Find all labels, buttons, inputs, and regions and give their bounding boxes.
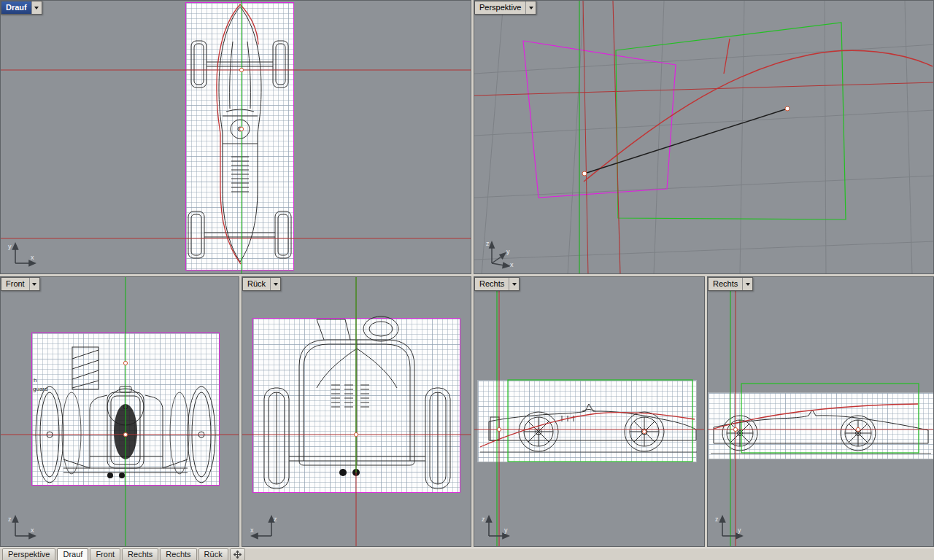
tab-perspektive[interactable]: Perspektive: [2, 548, 55, 560]
axis-label-y: y: [506, 248, 510, 255]
tab-rechts-1[interactable]: Rechts: [122, 548, 158, 560]
viewport-menu-arrow-icon[interactable]: [270, 278, 280, 290]
blueprint-annotation: guard: [33, 386, 47, 392]
reference-rectangle-2: [741, 384, 919, 453]
cplane-axis-icon: z y: [480, 513, 512, 542]
viewport-tab-bar: Perspektive Drauf Front Rechts Rechts Rü…: [0, 548, 934, 560]
viewport-title-rechts-1[interactable]: Rechts: [474, 277, 520, 291]
viewport-menu-arrow-icon[interactable]: [742, 278, 752, 290]
pan-arrows-icon: [234, 551, 242, 559]
cplane-axis-icon: z x: [248, 513, 280, 542]
viewport-title-rechts-2[interactable]: Rechts: [708, 277, 753, 291]
viewport-rear[interactable]: Rück z x: [242, 276, 471, 547]
viewport-title-label[interactable]: Rechts: [709, 278, 742, 290]
viewport-front[interactable]: h guard Front z x: [0, 276, 239, 547]
cplane-axis-icon: y x: [7, 240, 39, 269]
viewport-title-perspektive[interactable]: Perspektive: [474, 1, 536, 15]
axis-label-horizontal: y: [738, 526, 741, 534]
viewport-title-label[interactable]: Rück: [243, 278, 270, 290]
axis-label-x: x: [510, 261, 514, 268]
blueprint-annotation: h: [34, 377, 36, 384]
axis-label-horizontal: y: [504, 526, 508, 534]
construction-planes: [523, 23, 846, 219]
side-view-crosshair: [474, 277, 705, 547]
axis-label-vertical: y: [8, 243, 12, 250]
top-view-canvas: [1, 1, 471, 274]
axis-label-horizontal: x: [31, 254, 34, 261]
perspective-canvas: [474, 1, 934, 274]
front-view-canvas: h guard: [1, 277, 239, 547]
axis-label-vertical: z: [274, 516, 277, 523]
tab-rueck[interactable]: Rück: [198, 548, 228, 560]
viewport-menu-arrow-icon[interactable]: [29, 278, 39, 290]
axis-label-horizontal: x: [250, 526, 254, 534]
viewport-right-1[interactable]: Rechts z y: [474, 276, 705, 547]
axis-label-vertical: z: [715, 516, 719, 523]
side-view-canvas-2: [708, 277, 934, 547]
axis-label-horizontal: x: [31, 526, 34, 534]
viewport-right-2[interactable]: Rechts z y: [707, 276, 934, 547]
side-view-car-drawing-2: [711, 410, 931, 454]
axis-label-vertical: z: [482, 516, 485, 523]
viewport-title-label[interactable]: Rechts: [475, 278, 509, 290]
viewport-layout-icon[interactable]: [230, 548, 245, 560]
perspective-curves-and-axes: [474, 1, 934, 274]
perspective-grid: [474, 1, 934, 274]
cplane-axis-icon: z x: [7, 513, 39, 542]
viewport-top[interactable]: Drauf y x: [0, 0, 471, 274]
tab-front[interactable]: Front: [90, 548, 120, 560]
axis-label-z: z: [486, 240, 490, 247]
viewport-title-front[interactable]: Front: [1, 277, 40, 291]
axis-label-vertical: z: [8, 516, 12, 523]
cplane-axis-icon: z y: [714, 513, 746, 542]
rear-view-canvas: [242, 277, 471, 547]
viewport-menu-arrow-icon[interactable]: [509, 278, 519, 290]
viewport-title-label[interactable]: Front: [1, 278, 29, 290]
viewport-menu-arrow-icon[interactable]: [31, 1, 42, 14]
reference-rectangle: [508, 380, 692, 462]
viewport-menu-arrow-icon[interactable]: [525, 1, 536, 14]
viewport-title-label[interactable]: Perspektive: [475, 1, 525, 14]
tab-drauf[interactable]: Drauf: [57, 548, 88, 560]
rear-view-car-drawing: [264, 316, 450, 489]
top-view-car-drawing: [188, 7, 291, 262]
viewport-title-label[interactable]: Drauf: [1, 1, 31, 14]
side-view-car-drawing: [480, 404, 697, 452]
viewport-title-rueck[interactable]: Rück: [242, 277, 281, 291]
side-view-canvas: [474, 277, 705, 547]
viewport-perspective[interactable]: Perspektive z y x: [474, 0, 934, 274]
cad-application-window: Drauf y x: [0, 0, 934, 560]
cplane-axis-icon: z y x: [480, 236, 515, 269]
viewport-title-drauf[interactable]: Drauf: [1, 1, 42, 15]
tab-rechts-2[interactable]: Rechts: [160, 548, 196, 560]
